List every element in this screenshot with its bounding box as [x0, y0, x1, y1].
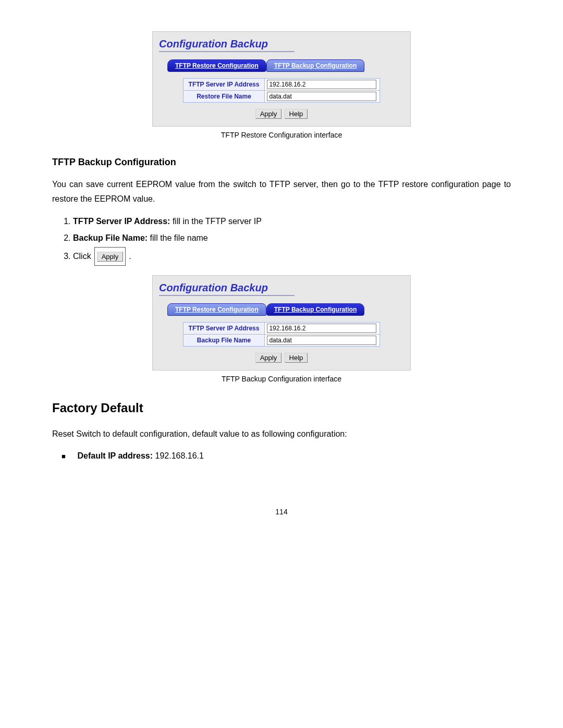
section-heading-factory-default: Factory Default	[52, 401, 511, 415]
section-paragraph: Reset Switch to default configuration, d…	[52, 427, 511, 441]
table-row: Backup File Name	[183, 335, 380, 347]
bullet-bold: Default IP address:	[77, 451, 153, 460]
tab-label: TFTP Backup Configuration	[274, 306, 357, 313]
tab-tftp-backup[interactable]: TFTP Backup Configuration	[266, 59, 364, 72]
button-row: Apply Help	[159, 109, 404, 119]
tab-tftp-backup[interactable]: TFTP Backup Configuration	[266, 303, 364, 316]
config-backup-panel-restore: Configuration Backup TFTP Restore Config…	[152, 31, 411, 127]
file-name-input[interactable]	[267, 336, 376, 345]
step3-tail: .	[129, 249, 131, 264]
help-button[interactable]: Help	[285, 353, 308, 363]
list-item: Default IP address: 192.168.16.1	[62, 449, 511, 464]
table-row: TFTP Server IP Address	[183, 79, 380, 91]
config-form-table: TFTP Server IP Address Backup File Name	[183, 322, 381, 347]
file-name-label: Backup File Name	[183, 335, 265, 347]
section-heading-backup: TFTP Backup Configuration	[52, 157, 511, 168]
apply-button[interactable]: Apply	[255, 109, 282, 119]
file-name-input[interactable]	[267, 92, 376, 101]
tab-tftp-restore[interactable]: TFTP Restore Configuration	[167, 59, 266, 72]
panel-title: Configuration Backup	[159, 281, 268, 295]
bullet-list: Default IP address: 192.168.16.1	[62, 449, 511, 464]
figure-caption: TFTP Backup Configuration interface	[52, 375, 511, 383]
tab-label: TFTP Restore Configuration	[175, 62, 259, 69]
inline-button-graphic: Apply	[94, 247, 126, 266]
table-row: TFTP Server IP Address	[183, 323, 380, 335]
figure-caption: TFTP Restore Configuration interface	[52, 131, 511, 139]
tab-label: TFTP Backup Configuration	[274, 62, 357, 69]
ip-address-input[interactable]	[267, 324, 376, 333]
inline-apply-button: Apply	[97, 252, 124, 262]
tab-label: TFTP Restore Configuration	[175, 306, 259, 313]
table-row: Restore File Name	[183, 91, 380, 103]
tabs-row: TFTP Restore Configuration TFTP Backup C…	[167, 303, 404, 316]
step-bold: TFTP Server IP Address:	[73, 217, 170, 226]
file-name-label: Restore File Name	[183, 91, 265, 103]
list-item: TFTP Server IP Address: fill in the TFTP…	[73, 214, 511, 229]
bullet-rest: 192.168.16.1	[153, 451, 204, 460]
step-rest: fill the file name	[148, 233, 208, 242]
step-bold: Backup File Name:	[73, 233, 148, 242]
panel-title-underline: Configuration Backup	[159, 281, 295, 296]
list-item: Backup File Name: fill the file name	[73, 230, 511, 246]
button-row: Apply Help	[159, 353, 404, 363]
step3-lead: Click	[73, 249, 91, 264]
apply-button[interactable]: Apply	[255, 353, 282, 363]
tabs-row: TFTP Restore Configuration TFTP Backup C…	[167, 59, 404, 72]
panel-title-underline: Configuration Backup	[159, 37, 295, 52]
step-rest: fill in the TFTP server IP	[170, 217, 261, 226]
ip-address-label: TFTP Server IP Address	[183, 79, 265, 91]
ip-address-input[interactable]	[267, 80, 376, 89]
list-item: Click Apply .	[73, 247, 511, 266]
panel-title: Configuration Backup	[159, 37, 268, 51]
steps-list: TFTP Server IP Address: fill in the TFTP…	[63, 214, 511, 266]
page-number: 114	[0, 508, 563, 516]
config-form-table: TFTP Server IP Address Restore File Name	[183, 78, 381, 103]
help-button[interactable]: Help	[285, 109, 308, 119]
ip-address-label: TFTP Server IP Address	[183, 323, 265, 335]
section-paragraph: You can save current EEPROM value from t…	[52, 177, 511, 206]
config-backup-panel-backup: Configuration Backup TFTP Restore Config…	[152, 275, 411, 371]
tab-tftp-restore[interactable]: TFTP Restore Configuration	[167, 303, 266, 316]
